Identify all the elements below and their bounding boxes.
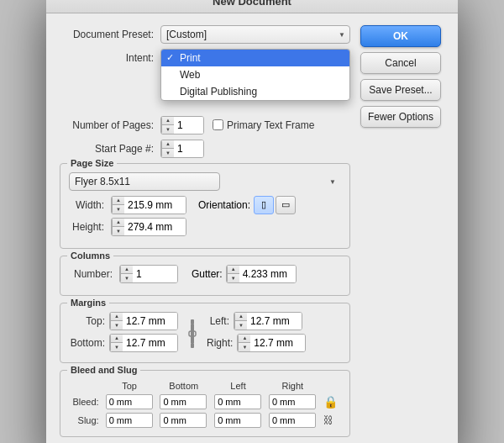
- columns-section: Columns Number: ▲ ▼ Gutter:: [60, 256, 350, 296]
- bleed-col-top: Top: [102, 379, 157, 393]
- bleed-top-cell: [102, 393, 157, 411]
- margins-right-up[interactable]: ▲: [239, 334, 250, 344]
- cancel-button[interactable]: Cancel: [360, 52, 441, 74]
- bleed-lock-cell: 🔒: [320, 393, 341, 411]
- margins-right-field-row: Right: ▲ ▼: [207, 334, 306, 352]
- margins-bottom-up[interactable]: ▲: [111, 334, 123, 344]
- slug-row: Slug: ⛓: [69, 411, 341, 430]
- bleed-col-right: Right: [265, 379, 320, 393]
- bleed-slug-section: Bleed and Slug Top Bottom Left Right: [60, 370, 350, 437]
- primary-text-frame-label[interactable]: Primary Text Frame: [213, 119, 314, 131]
- columns-input[interactable]: [133, 266, 178, 282]
- svg-rect-2: [191, 324, 194, 343]
- width-down[interactable]: ▼: [113, 205, 124, 214]
- ok-button[interactable]: OK: [360, 25, 441, 47]
- columns-down[interactable]: ▼: [121, 274, 133, 283]
- intent-option-digital-publishing[interactable]: Digital Publishing: [161, 83, 349, 100]
- margins-bottom-input[interactable]: [123, 335, 178, 351]
- margins-right-down[interactable]: ▼: [239, 343, 250, 352]
- primary-text-frame-checkbox[interactable]: [213, 119, 223, 130]
- slug-left-input[interactable]: [214, 413, 261, 428]
- intent-option-web[interactable]: Web: [161, 66, 349, 83]
- slug-left-cell: [211, 411, 265, 430]
- margins-left-wrapper: ▲ ▼: [234, 312, 302, 330]
- slug-top-cell: [102, 411, 157, 430]
- bleed-bottom-cell: [156, 393, 211, 411]
- margins-top-down[interactable]: ▼: [111, 321, 123, 330]
- columns-spinner: ▲ ▼: [120, 265, 133, 283]
- margins-left-down[interactable]: ▼: [235, 321, 247, 330]
- margins-top-wrapper: ▲ ▼: [109, 312, 178, 330]
- slug-lock-icon[interactable]: ⛓: [323, 414, 333, 426]
- num-pages-input[interactable]: [174, 117, 204, 134]
- bleed-top-input[interactable]: [106, 394, 153, 409]
- margins-chain-icon[interactable]: [186, 319, 198, 348]
- margins-bottom-down[interactable]: ▼: [111, 343, 123, 352]
- bleed-lock-icon[interactable]: 🔒: [323, 395, 338, 409]
- height-input[interactable]: [124, 219, 186, 235]
- height-spinner: ▲ ▼: [112, 218, 124, 236]
- margins-top-up[interactable]: ▲: [111, 312, 123, 322]
- height-input-wrapper: ▲ ▼: [111, 218, 186, 236]
- margins-top-bottom: Top: ▲ ▼ Bottom:: [69, 312, 341, 356]
- margins-right-input[interactable]: [250, 335, 306, 351]
- start-page-up[interactable]: ▲: [162, 140, 174, 150]
- start-page-label: Start Page #:: [60, 143, 160, 155]
- gutter-down[interactable]: ▼: [228, 274, 239, 283]
- slug-top-input[interactable]: [106, 413, 153, 428]
- landscape-btn[interactable]: ▭: [276, 196, 296, 214]
- bleed-col-left: Left: [211, 379, 265, 393]
- width-up[interactable]: ▲: [113, 196, 124, 206]
- columns-legend: Columns: [67, 251, 113, 261]
- margins-left-input[interactable]: [247, 313, 302, 330]
- columns-up[interactable]: ▲: [121, 265, 133, 275]
- start-page-down[interactable]: ▼: [162, 149, 174, 158]
- pages-row: Number of Pages: ▲ ▼ Primary Text Frame: [60, 116, 350, 134]
- gutter-spinner: ▲ ▼: [227, 265, 239, 283]
- fewer-options-button[interactable]: Fewer Options: [360, 106, 441, 128]
- bleed-label: Bleed:: [69, 393, 102, 411]
- margins-top-spinner: ▲ ▼: [110, 312, 123, 330]
- margins-right-wrapper: ▲ ▼: [237, 334, 306, 352]
- gutter-up[interactable]: ▲: [228, 265, 239, 275]
- intent-option-print[interactable]: Print: [161, 50, 349, 66]
- slug-lock-cell: ⛓: [320, 411, 341, 430]
- page-size-select[interactable]: Flyer 8.5x11: [69, 172, 220, 191]
- start-page-spinner: ▲ ▼: [161, 140, 174, 158]
- gutter-wrapper: ▲ ▼: [226, 265, 297, 283]
- num-pages-up[interactable]: ▲: [162, 116, 174, 126]
- num-pages-spinner: ▲ ▼: [161, 116, 174, 134]
- num-pages-down[interactable]: ▼: [162, 125, 174, 134]
- margins-right-spinner: ▲ ▼: [238, 334, 250, 352]
- document-preset-select[interactable]: [Custom]: [160, 25, 350, 44]
- bleed-slug-content: Top Bottom Left Right Bleed:: [69, 379, 341, 430]
- height-down[interactable]: ▼: [113, 227, 124, 236]
- margins-left-up[interactable]: ▲: [235, 312, 247, 322]
- margins-legend: Margins: [67, 298, 109, 308]
- margins-right-label: Right:: [207, 337, 237, 349]
- gutter-input[interactable]: [239, 266, 297, 282]
- columns-number-label: Number:: [69, 268, 119, 280]
- margins-top-label: Top:: [69, 315, 109, 327]
- svg-rect-0: [191, 319, 194, 324]
- height-row: Height: ▲ ▼: [69, 218, 341, 236]
- slug-bottom-input[interactable]: [160, 413, 207, 428]
- margins-bottom-row: Bottom: ▲ ▼: [69, 334, 178, 352]
- bleed-left-input[interactable]: [214, 394, 261, 409]
- margins-top-input[interactable]: [123, 313, 178, 330]
- height-up[interactable]: ▲: [113, 218, 124, 228]
- slug-right-input[interactable]: [269, 413, 316, 428]
- start-page-input[interactable]: [174, 140, 204, 157]
- width-input[interactable]: [124, 197, 186, 214]
- page-size-content: Flyer 8.5x11 Width: ▲ ▼: [69, 172, 341, 236]
- bleed-row: Bleed: 🔒: [69, 393, 341, 411]
- intent-dropdown-menu: Print Web Digital Publishing: [160, 49, 350, 101]
- new-document-dialog: New Document Document Preset: [Custom] I…: [46, 0, 458, 443]
- bleed-bottom-input[interactable]: [160, 394, 207, 409]
- slug-right-cell: [265, 411, 320, 430]
- start-page-wrapper: ▲ ▼: [160, 140, 204, 158]
- portrait-btn[interactable]: ▯: [254, 196, 274, 214]
- bleed-right-input[interactable]: [269, 394, 316, 409]
- margins-top-row: Top: ▲ ▼: [69, 312, 178, 330]
- save-preset-button[interactable]: Save Preset...: [360, 79, 441, 101]
